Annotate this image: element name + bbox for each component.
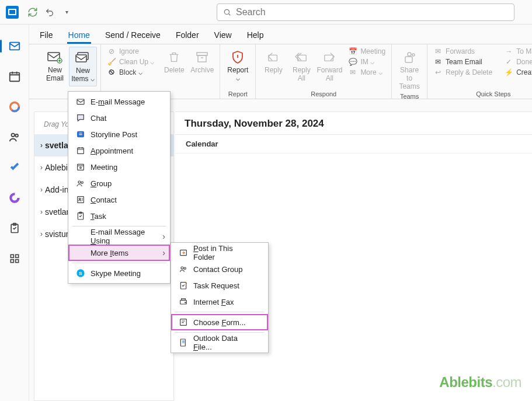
qs-reply-delete[interactable]: ↩Reply & Delete	[431, 68, 495, 77]
group-icon	[74, 179, 87, 188]
menu-item-task[interactable]: Task	[68, 208, 170, 224]
rail-mail-icon[interactable]	[7, 39, 22, 54]
date-header: Thursday, November 28, 2024	[175, 112, 532, 135]
archive-button[interactable]: Archive	[188, 47, 216, 77]
cleanup-button[interactable]: 🧹Clean Up ⌵	[105, 57, 157, 67]
new-email-label: New Email	[42, 67, 68, 83]
menu-item-more_items[interactable]: More Items	[68, 245, 170, 261]
check-icon: ✓	[504, 58, 513, 66]
svg-point-45	[185, 302, 186, 303]
internet_fax-icon	[177, 297, 190, 306]
ribbon-group-report: Report⌵ Report	[220, 44, 256, 99]
menu-item-appointment[interactable]: Appointment	[68, 142, 170, 159]
menu-item-skype[interactable]: SSkype Meeting	[68, 265, 170, 281]
rail-calendar-icon[interactable]	[7, 69, 22, 84]
archive-icon	[195, 49, 209, 65]
tab-send-receive[interactable]: Send / Receive	[104, 27, 162, 44]
rail-people-icon[interactable]	[7, 130, 22, 145]
undo-icon[interactable]	[43, 5, 57, 19]
menu-item-chat[interactable]: Chat	[68, 110, 170, 126]
rail-tasks-icon[interactable]	[7, 221, 22, 236]
reply-button[interactable]: Reply	[259, 47, 287, 77]
email-icon	[74, 97, 87, 106]
title-bar: ▾ Search	[0, 0, 532, 25]
more-items-submenu: Post in This FolderContact GroupTask Req…	[171, 242, 269, 353]
reply-all-button[interactable]: Reply All	[287, 47, 315, 85]
tab-home[interactable]: Home	[67, 27, 91, 44]
more-icon: ✉	[348, 68, 357, 76]
sync-icon[interactable]	[26, 5, 40, 19]
menu-separator	[175, 332, 265, 333]
menu-item-label: Outlook Data File...	[190, 334, 256, 351]
tab-file[interactable]: File	[39, 27, 54, 44]
meeting-button[interactable]: 📅Meeting	[346, 47, 388, 56]
task_request-icon	[177, 281, 190, 290]
contact_group-icon	[177, 264, 190, 274]
menu-item-label: Group	[87, 179, 158, 188]
menu-item-contact_group[interactable]: Contact Group	[171, 261, 268, 277]
task-icon	[74, 211, 87, 221]
menu-item-label: E-mail Message Using	[87, 228, 158, 245]
menu-item-data_file[interactable]: Outlook Data File...	[171, 334, 268, 351]
menu-item-group[interactable]: Group	[68, 175, 170, 191]
tab-help[interactable]: Help	[246, 27, 265, 44]
qs-forwards[interactable]: ✉Forwards	[431, 47, 495, 56]
rail-apps-icon[interactable]	[7, 251, 22, 266]
search-input[interactable]: Search	[217, 4, 514, 21]
chevron-right-icon: ›	[40, 186, 43, 194]
reply-delete-icon: ↩	[433, 68, 443, 76]
group-report-label: Report	[224, 90, 252, 97]
svg-point-6	[15, 134, 18, 137]
im-button[interactable]: 💬IM ⌵	[346, 57, 388, 67]
svg-rect-26	[77, 99, 84, 104]
menu-item-choose_form[interactable]: Choose Form...	[171, 314, 268, 330]
menu-separator	[72, 263, 166, 263]
ignore-button[interactable]: ⊘Ignore	[105, 47, 157, 56]
new-items-button[interactable]: New Items ⌵	[69, 47, 97, 86]
more-respond-button[interactable]: ✉More ⌵	[346, 68, 388, 77]
svg-rect-11	[15, 254, 18, 257]
menu-item-email_using[interactable]: E-mail Message Using	[68, 228, 170, 245]
menu-item-meeting[interactable]: Meeting	[68, 159, 170, 175]
share-teams-button[interactable]: Share to Teams	[395, 47, 423, 93]
menu-item-contact[interactable]: Contact	[68, 191, 170, 208]
svg-point-0	[224, 9, 229, 14]
menu-item-label: Contact Group	[190, 265, 256, 274]
report-button[interactable]: Report⌵	[224, 47, 252, 85]
rail-loop-icon[interactable]	[7, 190, 22, 205]
menu-item-post_folder[interactable]: Post in This Folder	[171, 245, 268, 261]
block-button[interactable]: 🛇Block ⌵	[105, 68, 157, 77]
tab-folder[interactable]: Folder	[175, 27, 200, 44]
menu-separator	[175, 312, 265, 312]
qs-team-email[interactable]: ✉Team Email	[431, 57, 495, 67]
meeting-icon	[74, 162, 87, 172]
tab-view[interactable]: View	[213, 27, 233, 44]
group-quicksteps-label: Quick Steps	[431, 90, 532, 97]
svg-rect-25	[405, 57, 412, 62]
menu-item-label: Task	[87, 212, 158, 221]
forward-button[interactable]: Forward All	[315, 47, 343, 85]
lightning-icon: ⚡	[504, 68, 513, 76]
menu-item-label: Choose Form...	[190, 318, 256, 327]
qs-done[interactable]: ✓Done	[502, 57, 532, 67]
menu-item-storyline[interactable]: Storyline Post	[68, 126, 170, 142]
watermark: Ablebits.com	[439, 374, 521, 390]
menu-item-internet_fax[interactable]: Internet Fax	[171, 294, 268, 310]
menu-item-task_request[interactable]: Task Request	[171, 277, 268, 294]
qs-to-manager[interactable]: →To Manager	[502, 47, 532, 56]
rail-copilot-icon[interactable]	[7, 99, 22, 114]
svg-point-41	[184, 267, 186, 269]
svg-rect-46	[180, 319, 187, 326]
broom-icon: 🧹	[107, 58, 116, 66]
new-email-button[interactable]: New Email	[41, 47, 69, 85]
rail-todo-icon[interactable]	[7, 160, 22, 175]
chevron-right-icon: ›	[40, 208, 43, 216]
reply-icon	[266, 49, 280, 65]
arrow-right-icon: →	[504, 47, 513, 55]
qat-dropdown-icon[interactable]: ▾	[60, 5, 74, 19]
qs-create-new[interactable]: ⚡Create New	[502, 68, 532, 77]
menu-item-email[interactable]: E-mail Message	[68, 93, 170, 110]
ribbon-group-teams: Share to Teams Teams	[392, 44, 427, 99]
menu-item-label: Meeting	[87, 163, 158, 172]
delete-button[interactable]: Delete	[160, 47, 188, 77]
